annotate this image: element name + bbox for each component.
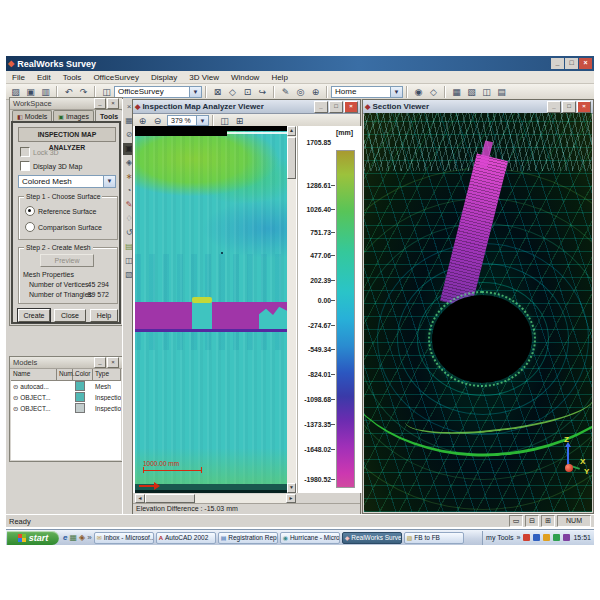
render-lines-icon[interactable]: ▤ bbox=[495, 86, 508, 98]
chevron-down-icon[interactable]: ▼ bbox=[189, 87, 201, 97]
segment-icon[interactable]: ◇ bbox=[226, 86, 239, 98]
close-button[interactable]: Close bbox=[54, 309, 86, 322]
home-view-combo[interactable]: Home ▼ bbox=[331, 86, 403, 98]
close-icon[interactable]: × bbox=[577, 101, 591, 113]
chevron-down-icon[interactable]: ▼ bbox=[103, 176, 115, 187]
zoom-level-combo[interactable]: 379 % ▼ bbox=[167, 115, 209, 126]
scroll-down-icon[interactable]: ▼ bbox=[287, 483, 296, 493]
save-icon[interactable]: ▣ bbox=[24, 86, 37, 98]
models-panel-titlebar[interactable]: Models _ × bbox=[10, 357, 122, 369]
menu-3dview[interactable]: 3D View bbox=[183, 73, 225, 82]
minimize-icon[interactable]: _ bbox=[94, 357, 106, 368]
table-row[interactable]: ⊙ autocad... Mesh bbox=[11, 381, 121, 392]
map-vertical-scrollbar[interactable]: ▲ ▼ bbox=[287, 126, 296, 493]
table-row[interactable]: ⊙ OBJECT... Inspectio... bbox=[11, 392, 121, 403]
quicklaunch-desktop-icon[interactable]: ▦ bbox=[69, 533, 77, 542]
project-mode-combo[interactable]: OfficeSurvey ▼ bbox=[114, 86, 202, 98]
models-table-header[interactable]: Name Num... Color Type bbox=[11, 369, 121, 381]
view-mode-icon[interactable]: ◇ bbox=[427, 86, 440, 98]
grid-view-icon[interactable]: ⊞ bbox=[233, 115, 246, 127]
layout-grid-icon[interactable]: ⊞ bbox=[541, 515, 555, 527]
zoom-out-icon[interactable]: ⊖ bbox=[151, 115, 164, 127]
open-icon[interactable]: ▨ bbox=[9, 86, 22, 98]
render-hatch-icon[interactable]: ▧ bbox=[465, 86, 478, 98]
minimize-icon[interactable]: _ bbox=[94, 98, 106, 109]
chevron-down-icon[interactable]: ▼ bbox=[196, 116, 208, 125]
minimize-icon[interactable]: _ bbox=[314, 101, 328, 113]
annotate-icon[interactable]: ✎ bbox=[279, 86, 292, 98]
menu-window[interactable]: Window bbox=[225, 73, 265, 82]
tray-icon-3[interactable] bbox=[543, 534, 550, 541]
menu-help[interactable]: Help bbox=[265, 73, 293, 82]
menu-tools[interactable]: Tools bbox=[57, 73, 88, 82]
section-3d-view[interactable]: Z X Y bbox=[364, 113, 592, 512]
tray-icon-5[interactable] bbox=[563, 534, 570, 541]
comparison-surface-radio[interactable] bbox=[25, 222, 35, 232]
scroll-up-icon[interactable]: ▲ bbox=[287, 126, 296, 136]
menu-file[interactable]: File bbox=[6, 73, 31, 82]
taskbar-item-fbtofb[interactable]: ▨FB to FB bbox=[404, 532, 464, 544]
taskbar-item-hurricane[interactable]: ◉Hurricane - Micro... bbox=[280, 532, 340, 544]
create-button[interactable]: Create bbox=[18, 309, 50, 322]
start-button[interactable]: start bbox=[7, 531, 59, 545]
taskbar-item-autocad[interactable]: AAutoCAD 2002 bbox=[156, 532, 216, 544]
menu-display[interactable]: Display bbox=[145, 73, 183, 82]
mesh-type-combo[interactable]: Colored Mesh ▼ bbox=[18, 175, 116, 188]
minimize-icon[interactable]: _ bbox=[551, 58, 564, 69]
print-icon[interactable]: ▥ bbox=[39, 86, 52, 98]
redo-icon[interactable]: ↷ bbox=[77, 86, 90, 98]
close-icon[interactable]: × bbox=[107, 98, 119, 109]
target-icon[interactable]: ↪ bbox=[256, 86, 269, 98]
lock-3d-checkbox[interactable] bbox=[20, 147, 30, 157]
menu-officesurvey[interactable]: OfficeSurvey bbox=[87, 73, 145, 82]
undo-icon[interactable]: ↶ bbox=[62, 86, 75, 98]
close-icon[interactable]: × bbox=[344, 101, 358, 113]
map-horizontal-scrollbar[interactable]: ◄ ► bbox=[135, 494, 296, 503]
eye-icon[interactable]: ⊙ bbox=[13, 394, 18, 401]
close-icon[interactable]: × bbox=[107, 357, 119, 368]
sample-icon[interactable]: ⊡ bbox=[241, 86, 254, 98]
eye-icon[interactable]: ⊙ bbox=[13, 383, 18, 390]
scroll-left-icon[interactable]: ◄ bbox=[135, 494, 145, 503]
georef-icon[interactable]: ⊕ bbox=[309, 86, 322, 98]
layout-split-icon[interactable]: ⊟ bbox=[525, 515, 539, 527]
reference-surface-radio[interactable] bbox=[25, 206, 35, 216]
menu-edit[interactable]: Edit bbox=[31, 73, 57, 82]
chevron-down-icon[interactable]: ▼ bbox=[390, 87, 402, 97]
app-titlebar[interactable]: ◆ RealWorks Survey _ □ × bbox=[6, 56, 594, 71]
select-icon[interactable]: ⊠ bbox=[211, 86, 224, 98]
tray-icon-4[interactable] bbox=[553, 534, 560, 541]
zoom-in-icon[interactable]: ⊕ bbox=[136, 115, 149, 127]
quicklaunch-app-icon[interactable]: ◈ bbox=[79, 533, 85, 542]
inspection-map-canvas[interactable]: 1000.00 mm bbox=[135, 126, 287, 493]
scroll-right-icon[interactable]: ► bbox=[286, 494, 296, 503]
tray-icon-2[interactable] bbox=[533, 534, 540, 541]
help-button[interactable]: Help bbox=[90, 309, 118, 322]
taskbar-item-inbox[interactable]: ✉Inbox - Microsof... bbox=[94, 532, 154, 544]
minimize-icon[interactable]: _ bbox=[547, 101, 561, 113]
maximize-icon[interactable]: □ bbox=[562, 101, 576, 113]
render-grid-icon[interactable]: ▦ bbox=[450, 86, 463, 98]
fit-view-icon[interactable]: ◫ bbox=[218, 115, 231, 127]
view-station-icon[interactable]: ◉ bbox=[412, 86, 425, 98]
table-row[interactable]: ⊙ OBJECT... Inspectio... bbox=[11, 403, 121, 414]
close-icon[interactable]: × bbox=[579, 58, 592, 69]
tray-chevron-icon[interactable]: » bbox=[517, 534, 521, 541]
measure-icon[interactable]: ◎ bbox=[294, 86, 307, 98]
maximize-icon[interactable]: □ bbox=[565, 58, 578, 69]
map-viewer-titlebar[interactable]: ◆ Inspection Map Analyzer Viewer _ □ × bbox=[133, 100, 360, 114]
taskbar-item-registration[interactable]: ▤Registration Rep... bbox=[218, 532, 278, 544]
section-viewer-titlebar[interactable]: ◆ Section Viewer _ □ × bbox=[363, 100, 593, 114]
layout-single-icon[interactable]: ▭ bbox=[509, 515, 524, 527]
quicklaunch-chevron-icon[interactable]: » bbox=[87, 533, 91, 542]
quicklaunch-ie-icon[interactable]: e bbox=[63, 533, 67, 542]
tray-icon-1[interactable] bbox=[523, 534, 530, 541]
mytools-toolbar[interactable]: my Tools bbox=[486, 534, 514, 541]
display-3d-map-checkbox[interactable] bbox=[20, 161, 30, 171]
module-icon[interactable]: ◫ bbox=[100, 86, 113, 98]
eye-icon[interactable]: ⊙ bbox=[13, 405, 18, 412]
maximize-icon[interactable]: □ bbox=[329, 101, 343, 113]
render-solid-icon[interactable]: ◫ bbox=[480, 86, 493, 98]
taskbar-item-realworks[interactable]: ◆RealWorks Survey bbox=[342, 532, 402, 544]
preview-button[interactable]: Preview bbox=[40, 254, 94, 267]
